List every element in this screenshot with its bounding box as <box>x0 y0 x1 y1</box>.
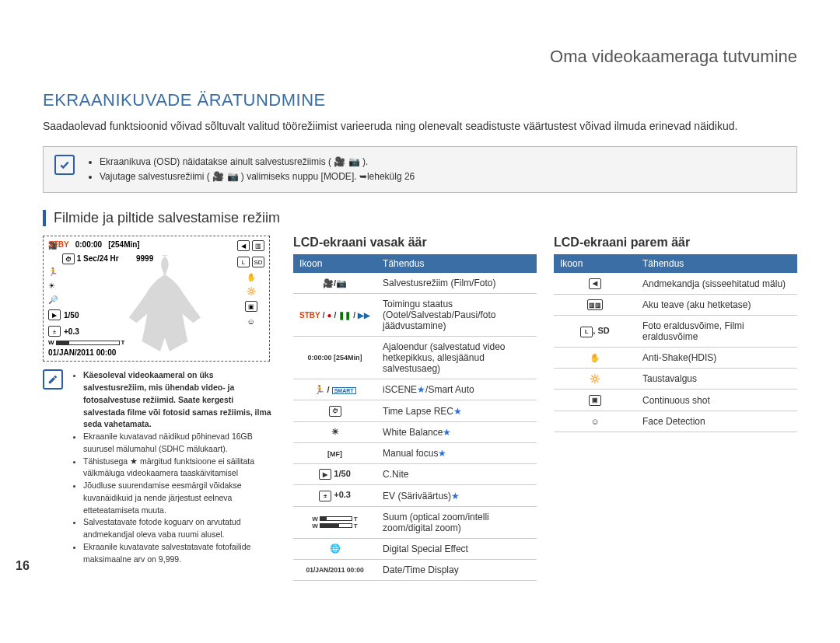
sec-hr-label: 1 Sec/24 Hr <box>77 254 119 263</box>
resolution-icon: L <box>580 327 593 337</box>
table-row: ✋Anti-Shake(HDIS) <box>554 348 797 369</box>
cell-meaning: Manual focus★ <box>376 442 537 463</box>
th-meaning: Tähendus <box>636 254 797 273</box>
info-pencil-icon <box>43 369 63 390</box>
cell-meaning: EV (Säriväärtus)★ <box>376 485 537 507</box>
left-note-item: Jõudluse suurendamise eesmärgil võidakse… <box>83 480 276 516</box>
card-icon: ◀ <box>589 278 601 289</box>
page-title: EKRAANIKUVADE ÄRATUNDMINE <box>43 90 797 110</box>
left-note-item: Käesoleval videokaameral on üks salvestu… <box>83 369 276 431</box>
table-row: 🌐Digital Special Effect <box>293 538 537 559</box>
table-row: ▥▥Aku teave (aku hetketase) <box>554 294 797 316</box>
table-row: 🎥/📷Salvestusrežiim (Film/Foto) <box>293 273 537 294</box>
table-row: ☺Face Detection <box>554 411 797 432</box>
wb-icon: ☀ <box>48 281 79 290</box>
left-table-heading: LCD-ekraani vasak äär <box>293 236 537 250</box>
face-icon: ☺ <box>247 317 254 326</box>
dse-icon: 🌐 <box>330 543 341 553</box>
lcd-preview: 🎥 STBY 0:00:00 [254Min] ⏱ 1 Sec/24 Hr 99… <box>43 236 270 362</box>
table-row: ▣Continuous shot <box>554 390 797 411</box>
table-row: ⏱Time Lapse REC★ <box>293 400 537 422</box>
left-note-item: Ekraanile kuvatavad näidikud põhinevad 1… <box>83 431 276 456</box>
table-row: 🔆Taustavalgus <box>554 369 797 390</box>
resolution-icon: L <box>237 257 250 267</box>
ev-value: +0.3 <box>64 327 79 336</box>
date-display: 01/JAN/2011 00:00 <box>48 348 264 357</box>
cell-meaning: Toimingu staatus (Ootel/Salvestab/Pausi/… <box>376 294 537 337</box>
cell-meaning: Time Lapse REC★ <box>376 400 537 422</box>
table-row: [MF]Manual focus★ <box>293 442 537 463</box>
info-note-box: Ekraanikuva (OSD) näidatakse ainult salv… <box>43 146 797 193</box>
left-icon-table: Ikoon Tähendus 🎥/📷Salvestusrežiim (Film/… <box>293 254 537 581</box>
ev-icon: ± <box>48 326 61 337</box>
zoom-w-label: W <box>48 339 54 346</box>
table-row: ◀Andmekandja (sisseehitatud mälu) <box>554 273 797 294</box>
film-photo-icon: 🎥/📷 <box>323 278 347 288</box>
sd-icon: SD <box>252 257 264 267</box>
antishake-icon: ✋ <box>247 273 256 281</box>
cell-meaning: Digital Special Effect <box>376 538 537 559</box>
table-row: ☀White Balance★ <box>293 421 537 442</box>
iscene-smart-icon: 🏃 / SMART <box>314 385 356 394</box>
antishake-icon: ✋ <box>590 353 600 362</box>
cnite-icon: ▶ <box>319 469 331 480</box>
note-item: Vajutage salvestusrežiimi ( 🎥 📷 ) valimi… <box>100 169 415 184</box>
timelapse-icon: ⏱ <box>62 253 75 264</box>
continuous-icon: ▣ <box>245 301 257 312</box>
battery-icon: ▥ <box>252 240 264 251</box>
battery-icon: ▥▥ <box>587 299 603 310</box>
silhouette-graphic <box>114 250 207 351</box>
table-row: WT WT Suum (optical zoom/intelli zoom/di… <box>293 506 537 538</box>
timelapse-icon: ⏱ <box>329 406 341 417</box>
left-note-item: Tähistusega ★ märgitud funktsioone ei sä… <box>83 456 276 481</box>
cnite-value: 1/50 <box>64 311 79 320</box>
continuous-icon: ▣ <box>589 395 601 406</box>
mf-icon: [MF] <box>327 450 342 458</box>
intro-text: Saadaolevad funktsioonid võivad sõltuval… <box>43 120 797 132</box>
zoom-t-label: T <box>121 339 125 346</box>
chapter-title: Oma videokaameraga tutvumine <box>43 47 797 67</box>
left-note-item: Salvestatavate fotode koguarv on arvutat… <box>83 516 276 541</box>
left-note-list: Käesoleval videokaameral on üks salvestu… <box>71 369 276 565</box>
table-row: L, SDFoto eraldusvõime, Filmi eraldusvõi… <box>554 316 797 348</box>
note-item: Ekraanikuva (OSD) näidatakse ainult salv… <box>100 155 415 169</box>
th-icon: Ikoon <box>554 254 636 273</box>
right-table-heading: LCD-ekraani parem äär <box>554 236 797 250</box>
remaining-time: [254Min] <box>108 240 140 249</box>
table-row: 0:00:00 [254Min]Ajaloendur (salvestatud … <box>293 337 537 379</box>
table-row: ± +0.3EV (Säriväärtus)★ <box>293 485 537 507</box>
cell-meaning: Taustavalgus <box>636 369 797 390</box>
th-meaning: Tähendus <box>376 254 537 273</box>
section-heading: Filmide ja piltide salvestamise režiim <box>43 210 797 226</box>
cnite-label: 1/50 <box>334 469 350 478</box>
mf-icon: 🔎 <box>48 295 79 304</box>
note-list: Ekraanikuva (OSD) näidatakse ainult salv… <box>86 155 415 184</box>
time-counter-label: 0:00:00 [254Min] <box>293 337 376 379</box>
cell-meaning: White Balance★ <box>376 421 537 442</box>
wb-icon: ☀ <box>331 427 339 436</box>
table-row: STBY/●/❚❚/▶▶Toimingu staatus (Ootel/Salv… <box>293 294 537 337</box>
status-icons: STBY/●/❚❚/▶▶ <box>299 311 370 320</box>
sd-label: , SD <box>593 326 609 335</box>
cell-meaning: Date/Time Display <box>376 559 537 580</box>
cell-meaning: C.Nite <box>376 463 537 485</box>
ev-icon: ± <box>319 491 331 501</box>
cell-meaning: Anti-Shake(HDIS) <box>636 348 797 369</box>
cell-meaning: Foto eraldusvõime, Filmi eraldusvõime <box>636 316 797 348</box>
cell-meaning: Ajaloendur (salvestatud video hetkepikku… <box>376 337 537 379</box>
cell-meaning: Andmekandja (sisseehitatud mälu) <box>636 273 797 294</box>
ev-label: +0.3 <box>334 490 351 499</box>
face-detect-icon: ☺ <box>590 417 599 426</box>
page-number: 16 <box>16 559 30 573</box>
table-row: ▶ 1/50C.Nite <box>293 463 537 485</box>
table-row: 🏃 / SMARTiSCENE★/Smart Auto <box>293 379 537 400</box>
backlight-icon: 🔆 <box>247 287 256 295</box>
left-note-item: Ekraanile kuvatavate salvestatavate foto… <box>83 541 276 566</box>
stby-indicator: STBY <box>48 240 69 249</box>
iscene-icon: 🏃 <box>48 267 79 276</box>
cell-meaning: iSCENE★/Smart Auto <box>376 379 537 400</box>
th-icon: Ikoon <box>293 254 376 273</box>
shots-remaining: 9999 <box>136 254 153 263</box>
backlight-icon: 🔆 <box>590 374 600 383</box>
cell-meaning: Face Detection <box>636 411 797 432</box>
